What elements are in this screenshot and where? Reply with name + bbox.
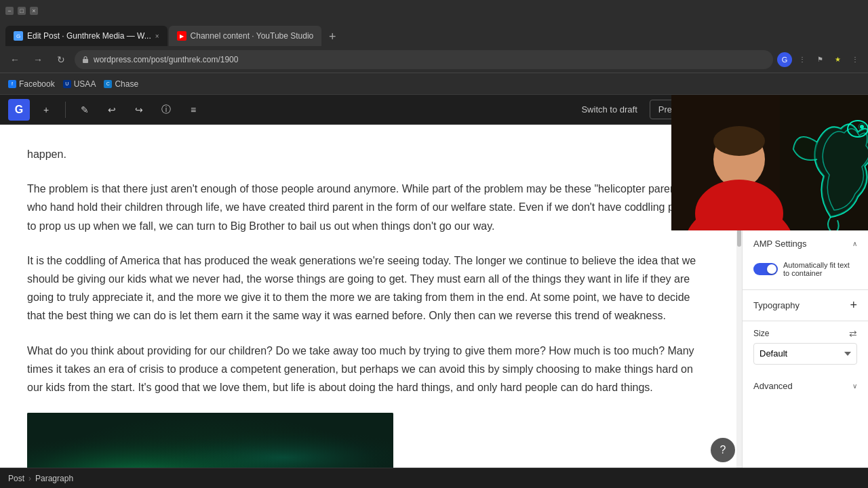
amp-settings-header[interactable]: AMP Settings ∧ <box>743 230 868 257</box>
tab-youtube[interactable]: ▶ Channel content · YouTube Studio <box>169 26 322 46</box>
help-button[interactable]: ? <box>711 438 735 462</box>
tab-favicon-1: G <box>14 31 23 41</box>
amp-settings-content: Automatically fit text to container <box>743 257 868 289</box>
chase-favicon: C <box>104 80 112 88</box>
paragraph-1: The problem is that there just aren't en… <box>27 180 709 235</box>
paragraph-2: It is the coddling of America that has p… <box>27 251 709 325</box>
settings-icon[interactable]: ⋮ <box>848 52 863 67</box>
amp-toggle[interactable] <box>753 263 778 275</box>
toolbar-separator-1 <box>65 102 66 118</box>
add-block-button[interactable]: + <box>35 99 57 121</box>
post-content[interactable]: happen. The problem is that there just a… <box>0 125 736 468</box>
size-resize-icon[interactable]: ⇄ <box>849 328 857 339</box>
post-image-overlay <box>27 413 393 468</box>
advanced-title: Advanced <box>753 381 793 391</box>
bookmark-chase[interactable]: C Chase <box>104 79 138 89</box>
toggle-knob <box>767 264 776 274</box>
breadcrumb-paragraph[interactable]: Paragraph <box>35 474 73 483</box>
tab-close-1[interactable]: × <box>155 33 159 40</box>
window-controls[interactable]: − □ × <box>5 7 38 15</box>
advanced-chevron-icon[interactable]: ∨ <box>852 382 857 390</box>
tab-edit-post[interactable]: G Edit Post · Gunthrek Media — W... × <box>5 26 167 46</box>
tab-favicon-2: ▶ <box>177 31 186 41</box>
undo-button[interactable]: ↩ <box>101 99 123 121</box>
maximize-button[interactable]: □ <box>18 7 26 15</box>
bookmark-usaa[interactable]: U USAA <box>63 79 96 89</box>
size-header: Size ⇄ <box>743 321 868 343</box>
nav-bar: ← → ↻ wordpress.com/post/gunthrek.com/19… <box>0 46 868 73</box>
bookmarks-bar: f Facebook U USAA C Chase <box>0 73 868 95</box>
amp-settings-section: AMP Settings ∧ Automatically fit text to… <box>743 230 868 290</box>
tab-label-1: Edit Post · Gunthrek Media — W... <box>27 31 151 41</box>
video-person <box>671 95 868 230</box>
usaa-favicon: U <box>63 80 71 88</box>
size-label: Size <box>753 329 769 338</box>
lock-icon <box>81 56 90 64</box>
size-section: Size ⇄ DefaultSmallMediumLargeX-Large <box>743 321 868 373</box>
extension-icon-3[interactable]: ★ <box>830 52 845 67</box>
edit-button[interactable]: ✎ <box>74 99 96 121</box>
title-bar: − □ × <box>0 0 868 22</box>
size-select-wrapper: DefaultSmallMediumLargeX-Large <box>743 343 868 373</box>
extension-icon-1[interactable]: ⋮ <box>795 52 810 67</box>
amp-settings-title: AMP Settings <box>753 239 807 249</box>
video-person-svg <box>671 95 868 230</box>
amp-toggle-row: Automatically fit text to container <box>753 257 857 281</box>
breadcrumb-separator: › <box>28 474 31 483</box>
paragraph-0: happen. <box>27 145 709 163</box>
back-button[interactable]: ← <box>5 50 24 69</box>
svg-point-12 <box>860 125 864 129</box>
bookmark-facebook[interactable]: f Facebook <box>8 79 55 89</box>
tab-label-2: Channel content · YouTube Studio <box>191 31 314 41</box>
paragraph-3: What do you think about providing for ou… <box>27 342 709 397</box>
video-overlay <box>671 95 868 230</box>
address-text: wordpress.com/post/gunthrek.com/1900 <box>94 55 238 64</box>
profile-icon[interactable]: G <box>777 52 792 67</box>
breadcrumb: Post › Paragraph <box>0 468 868 488</box>
typography-add-icon[interactable]: + <box>850 298 857 312</box>
switch-draft-button[interactable]: Switch to draft <box>574 100 644 119</box>
amp-chevron-icon: ∧ <box>852 240 857 247</box>
redo-button[interactable]: ↪ <box>128 99 150 121</box>
info-button[interactable]: ⓘ <box>155 99 177 121</box>
extension-icon-2[interactable]: ⚑ <box>812 52 827 67</box>
bookmark-usaa-label: USAA <box>74 79 96 89</box>
post-image <box>27 413 393 468</box>
browser-tabs: G Edit Post · Gunthrek Media — W... × ▶ … <box>0 22 868 46</box>
minimize-button[interactable]: − <box>5 7 14 15</box>
bookmark-facebook-label: Facebook <box>19 79 55 89</box>
wp-logo: G <box>8 99 30 121</box>
advanced-section: Advanced ∨ <box>743 373 868 399</box>
svg-rect-0 <box>83 59 88 63</box>
amp-toggle-label: Automatically fit text to container <box>783 261 857 277</box>
close-button[interactable]: × <box>30 7 38 15</box>
size-select[interactable]: DefaultSmallMediumLargeX-Large <box>753 343 857 365</box>
block-list-button[interactable]: ≡ <box>182 99 204 121</box>
address-bar[interactable]: wordpress.com/post/gunthrek.com/1900 <box>75 50 773 69</box>
bookmark-chase-label: Chase <box>115 79 138 89</box>
nav-icons-right: G ⋮ ⚑ ★ ⋮ <box>777 52 863 67</box>
forward-button[interactable]: → <box>28 50 47 69</box>
reload-button[interactable]: ↻ <box>52 50 71 69</box>
svg-point-8 <box>713 126 765 156</box>
typography-title: Typography <box>753 300 800 310</box>
facebook-favicon: f <box>8 80 16 88</box>
breadcrumb-post[interactable]: Post <box>8 474 24 483</box>
new-tab-button[interactable]: + <box>323 27 342 46</box>
typography-section: Typography + <box>743 290 868 321</box>
